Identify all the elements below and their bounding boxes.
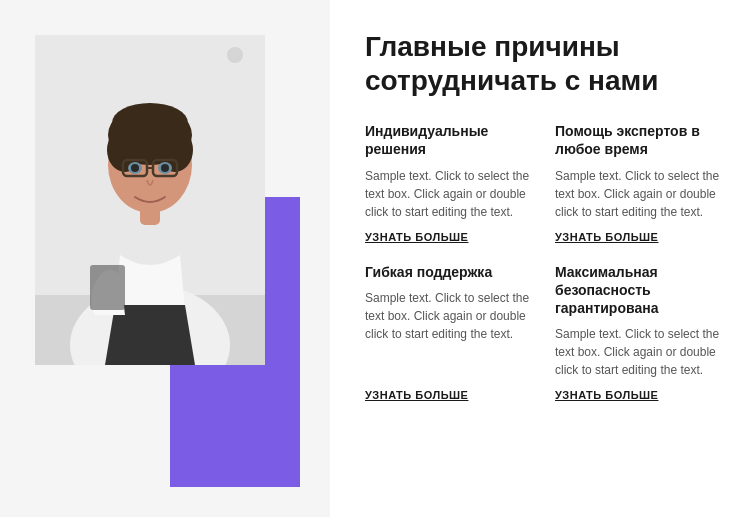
features-grid: Индивидуальные решения Sample text. Clic…: [365, 122, 720, 401]
learn-more-link-3[interactable]: УЗНАТЬ БОЛЬШЕ: [365, 389, 530, 401]
svg-point-18: [227, 47, 243, 63]
learn-more-link-1[interactable]: УЗНАТЬ БОЛЬШЕ: [365, 231, 530, 243]
svg-rect-16: [90, 265, 125, 310]
photo-container: [35, 35, 265, 365]
feature-text-3: Sample text. Click to select the text bo…: [365, 289, 530, 379]
svg-point-14: [161, 164, 169, 172]
feature-item-2: Помощь экспертов в любое время Sample te…: [555, 122, 720, 242]
feature-text-1: Sample text. Click to select the text bo…: [365, 167, 530, 221]
svg-point-8: [112, 103, 188, 143]
feature-text-2: Sample text. Click to select the text bo…: [555, 167, 720, 221]
woman-photo: [35, 35, 265, 365]
feature-text-4: Sample text. Click to select the text bo…: [555, 325, 720, 379]
feature-item-1: Индивидуальные решения Sample text. Clic…: [365, 122, 530, 242]
feature-title-2: Помощь экспертов в любое время: [555, 122, 720, 158]
learn-more-link-2[interactable]: УЗНАТЬ БОЛЬШЕ: [555, 231, 720, 243]
main-title: Главные причины сотрудничать с нами: [365, 30, 720, 97]
feature-title-3: Гибкая поддержка: [365, 263, 530, 281]
feature-item-4: Максимальная безопасность гарантирована …: [555, 263, 720, 402]
page-container: Главные причины сотрудничать с нами Инди…: [0, 0, 750, 517]
right-panel: Главные причины сотрудничать с нами Инди…: [330, 0, 750, 517]
learn-more-link-4[interactable]: УЗНАТЬ БОЛЬШЕ: [555, 389, 720, 401]
feature-item-3: Гибкая поддержка Sample text. Click to s…: [365, 263, 530, 402]
left-panel: [0, 0, 330, 517]
svg-point-11: [131, 164, 139, 172]
feature-title-1: Индивидуальные решения: [365, 122, 530, 158]
feature-title-4: Максимальная безопасность гарантирована: [555, 263, 720, 318]
